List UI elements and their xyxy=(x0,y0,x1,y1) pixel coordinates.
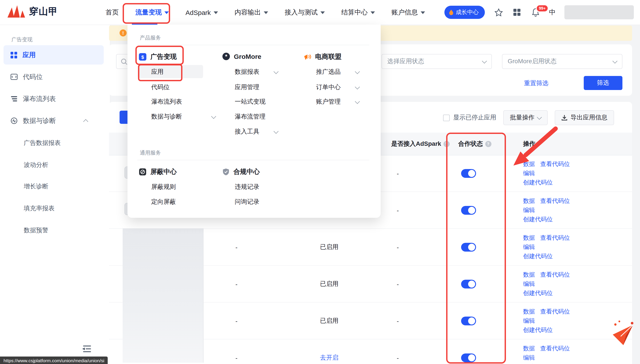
menu-item-account-management[interactable]: 账户管理 xyxy=(316,98,359,106)
op-edit-link[interactable]: 编辑 xyxy=(523,206,535,214)
sidebar-item-data-diagnosis[interactable]: 数据与诊断 xyxy=(4,111,104,130)
show-stopped-checkbox[interactable] xyxy=(443,114,450,121)
menu-group-gromore[interactable]: * GroMore xyxy=(222,53,261,60)
op-edit-link[interactable]: 编辑 xyxy=(523,169,535,178)
reset-filters-link[interactable]: 重置筛选 xyxy=(524,80,549,88)
menu-item-inquiry-records[interactable]: 问询记录 xyxy=(235,198,259,206)
sidebar-item-growth-diagnosis[interactable]: 增长诊断 xyxy=(24,181,48,192)
sidebar-item-apps[interactable]: 应用 xyxy=(4,45,104,64)
caret-down-icon xyxy=(320,12,325,14)
op-view-slots-link[interactable]: 查看代码位 xyxy=(540,196,570,205)
sidebar-collapse-icon[interactable] xyxy=(82,345,91,352)
cell-actions: 数据查看代码位 编辑 创建代码位 xyxy=(523,302,570,339)
menu-item-waterfall-management[interactable]: 瀑布流管理 xyxy=(235,113,265,121)
op-view-slots-link[interactable]: 查看代码位 xyxy=(540,344,570,353)
menu-item-promotion-selection[interactable]: 推广选品 xyxy=(316,68,359,76)
cooperation-toggle[interactable] xyxy=(461,155,476,192)
cooperation-toggle[interactable] xyxy=(461,266,476,302)
cooperation-toggle[interactable] xyxy=(461,229,476,265)
op-data-link[interactable]: 数据 xyxy=(523,160,535,168)
export-apps-button[interactable]: 导出应用信息 xyxy=(555,110,614,125)
op-view-slots-link[interactable]: 查看代码位 xyxy=(540,307,570,316)
op-view-slots-link[interactable]: 查看代码位 xyxy=(540,233,570,242)
apps-grid-icon[interactable] xyxy=(512,8,522,17)
menu-group-ad-monetization[interactable]: $ 广告变现 xyxy=(139,53,177,61)
sidebar-item-data-alert[interactable]: 数据预警 xyxy=(24,225,48,236)
nav-account-info[interactable]: 账户信息 xyxy=(391,8,425,16)
gromore-status-select[interactable]: GroMore启用状态 xyxy=(502,54,622,69)
op-create-slot-link[interactable]: 创建代码位 xyxy=(523,252,553,260)
sidebar-item-ad-data-report[interactable]: 广告数据报表 xyxy=(24,138,61,148)
op-create-slot-link[interactable]: 创建代码位 xyxy=(523,362,553,364)
bulk-actions-button[interactable]: 批量操作 xyxy=(503,110,548,125)
sidebar-item-ad-slots[interactable]: 代码位 xyxy=(4,67,104,86)
op-edit-link[interactable]: 编辑 xyxy=(523,353,535,362)
menu-item-apps[interactable]: 应用 xyxy=(151,68,164,76)
compliance-shield-icon xyxy=(222,168,229,176)
app-status-select[interactable]: 选择应用状态 xyxy=(382,54,492,69)
paper-plane-logo[interactable] xyxy=(610,319,635,346)
menu-item-data-report[interactable]: 数据报表 xyxy=(235,68,278,76)
op-data-link[interactable]: 数据 xyxy=(523,307,535,316)
caret-down-icon xyxy=(164,12,169,14)
account-name-redacted[interactable] xyxy=(564,5,634,19)
nav-settlement-center[interactable]: 结算中心 xyxy=(341,8,375,16)
nav-home[interactable]: 首页 xyxy=(106,8,119,16)
cell-actions: 数据查看代码位 编辑 创建代码位 xyxy=(523,192,570,228)
op-data-link[interactable]: 数据 xyxy=(523,233,535,242)
sidebar-item-fluctuation-analysis[interactable]: 波动分析 xyxy=(24,160,48,170)
op-data-link[interactable]: 数据 xyxy=(523,196,535,205)
menu-item-ad-slots[interactable]: 代码位 xyxy=(151,84,170,91)
op-data-link[interactable]: 数据 xyxy=(523,344,535,353)
op-edit-link[interactable]: 编辑 xyxy=(523,316,535,325)
menu-item-data-diagnosis[interactable]: 数据与诊断 xyxy=(151,113,215,121)
op-create-slot-link[interactable]: 创建代码位 xyxy=(523,215,553,224)
op-create-slot-link[interactable]: 创建代码位 xyxy=(523,289,553,298)
pangle-logo-icon xyxy=(7,5,26,18)
menu-item-block-rules[interactable]: 屏蔽规则 xyxy=(151,183,176,191)
nav-adspark[interactable]: AdSpark xyxy=(185,8,218,16)
menu-group-compliance-center[interactable]: 合规中心 xyxy=(222,168,260,176)
chevron-down-icon xyxy=(355,69,360,74)
nav-traffic-monetization[interactable]: 流量变现 xyxy=(135,8,169,16)
menu-item-targeted-block[interactable]: 定向屏蔽 xyxy=(151,198,176,206)
menu-item-one-stop-monetization[interactable]: 一站式变现 xyxy=(235,98,265,106)
notification-bell-icon[interactable]: 99+ xyxy=(531,8,540,17)
menu-group-ecommerce-alliance[interactable]: 电商联盟 xyxy=(304,53,342,61)
op-edit-link[interactable]: 编辑 xyxy=(523,242,535,252)
chevron-down-icon xyxy=(355,99,360,104)
cell-adspark: - xyxy=(385,302,411,339)
menu-item-order-center[interactable]: 订单中心 xyxy=(316,84,359,91)
cooperation-toggle[interactable] xyxy=(461,192,476,228)
nav-integration-test[interactable]: 接入与测试 xyxy=(285,8,325,16)
chevron-down-icon xyxy=(537,114,542,120)
language-toggle[interactable]: 中 xyxy=(549,8,556,16)
chevron-down-icon xyxy=(274,129,279,134)
op-view-slots-link[interactable]: 查看代码位 xyxy=(540,270,570,279)
cell-status: - xyxy=(219,229,254,265)
sidebar-item-fill-rate-report[interactable]: 填充率报表 xyxy=(24,203,55,214)
menu-item-app-management[interactable]: 应用管理 xyxy=(235,84,259,91)
cell-enabled: 已启用 xyxy=(309,302,350,339)
nav-content-output[interactable]: 内容输出 xyxy=(234,8,268,16)
menu-item-violation-records[interactable]: 违规记录 xyxy=(235,183,259,191)
help-icon[interactable]: ? xyxy=(485,141,491,147)
growth-center-button[interactable]: 成长中心 xyxy=(444,6,485,19)
menu-group-block-center[interactable]: 屏蔽中心 xyxy=(139,168,177,176)
op-view-slots-link[interactable]: 查看代码位 xyxy=(540,160,570,168)
op-edit-link[interactable]: 编辑 xyxy=(523,280,535,288)
cooperation-toggle[interactable] xyxy=(461,302,476,339)
menu-item-integration-tools[interactable]: 接入工具 xyxy=(235,128,278,136)
filter-submit-button[interactable]: 筛选 xyxy=(584,76,622,90)
cooperation-toggle[interactable] xyxy=(461,340,476,364)
op-create-slot-link[interactable]: 创建代码位 xyxy=(523,326,553,334)
op-data-link[interactable]: 数据 xyxy=(523,270,535,279)
menu-item-waterfall-list[interactable]: 瀑布流列表 xyxy=(151,98,182,106)
cell-enabled: 已启用 xyxy=(309,266,350,302)
sidebar-item-waterfall-list[interactable]: 瀑布流列表 xyxy=(4,89,104,108)
op-create-slot-link[interactable]: 创建代码位 xyxy=(523,178,553,187)
brand-logo[interactable]: 穿山甲 xyxy=(7,5,58,18)
chevron-down-icon xyxy=(482,58,487,64)
cell-enabled-link[interactable]: 去开启 xyxy=(309,340,350,364)
favorite-star-icon[interactable] xyxy=(494,8,503,17)
